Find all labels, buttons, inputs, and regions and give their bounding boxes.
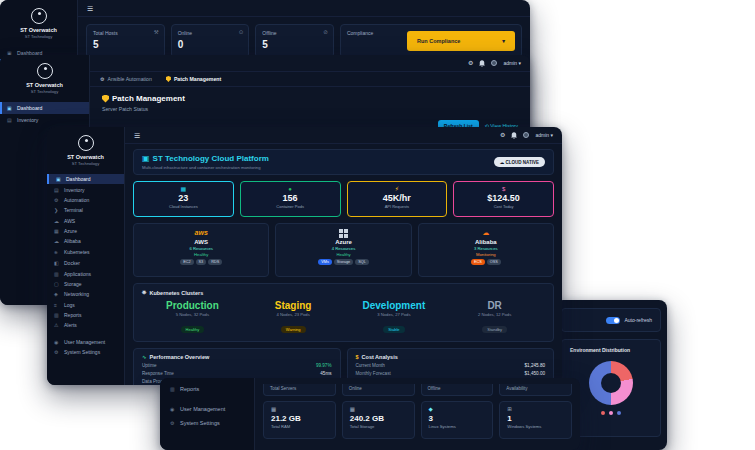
reports-icon: ▥ [170, 386, 176, 392]
sidebar-item-automation[interactable]: ⚙Automation [47, 195, 124, 205]
sidebar-item-inventory[interactable]: ▤Inventory [47, 184, 124, 194]
sidebar-nav: ▣Dashboard ▤Inventory [0, 102, 89, 126]
logo-title: ST Overwatch [0, 27, 77, 33]
sidebar-item-terminal[interactable]: ❯Terminal [47, 205, 124, 215]
servers-sidebar: ▥Reports ◉User Management ⚙System Settin… [160, 378, 255, 450]
donut-legend [570, 411, 652, 415]
cloud-page-subtitle: Multi-cloud infrastructure and container… [142, 165, 269, 170]
gear-icon[interactable]: ⚙ [468, 60, 473, 66]
inventory-icon: ▤ [7, 117, 13, 123]
sidebar-item-user-management[interactable]: ◉User Management [47, 337, 124, 347]
sidebar-item-reports[interactable]: ▥Reports [47, 310, 124, 320]
online-label: Online [342, 384, 415, 396]
sidebar-item-alibaba[interactable]: ☁Alibaba [47, 236, 124, 246]
cost-today-card: $ $124.50 Cost Today [453, 181, 554, 217]
auto-refresh-toggle[interactable] [606, 317, 620, 324]
container-pods-card: ● 156 Container Pods [240, 181, 341, 217]
platform-icon: ▣ [142, 154, 150, 163]
sidebar-item-alerts[interactable]: ⚠Alerts [47, 320, 124, 330]
sidebar-item-system-settings[interactable]: ⚙System Settings [47, 347, 124, 357]
gear-icon: ⚙ [170, 420, 176, 426]
bell-icon[interactable] [511, 132, 517, 139]
dollar-icon: $ [454, 186, 553, 192]
sidebar-item-applications[interactable]: ▥Applications [47, 268, 124, 278]
status-badge: Warning [281, 326, 306, 333]
pods-icon: ● [241, 186, 340, 192]
azure-icon: ▦ [54, 228, 60, 234]
online-card: Online ⊙ 0 [171, 24, 250, 58]
cluster-staging: Staging 4 Nodes, 23 Pods Warning [243, 300, 344, 335]
kubernetes-clusters-card: ⎈Kubernetes Clusters Production 5 Nodes,… [133, 283, 554, 342]
helm-icon: ⎈ [142, 289, 146, 296]
inventory-topbar: ☰ [78, 0, 530, 17]
dashboard-icon: ▣ [7, 105, 13, 111]
avatar[interactable] [523, 132, 529, 138]
status-badge: Healthy [181, 326, 205, 333]
network-icon: ◈ [54, 291, 60, 297]
cloud-platform-window: ST Overwatch ST Technology ▣Dashboard ▤I… [47, 127, 562, 385]
users-icon: ◉ [170, 406, 176, 412]
environment-donut [589, 361, 633, 405]
wrench-icon: ⚒ [154, 29, 159, 35]
sidebar-item-system-settings[interactable]: ⚙System Settings [160, 416, 254, 430]
windows-icon: ⊞ [507, 406, 564, 412]
sidebar-item-storage[interactable]: ▢Storage [47, 279, 124, 289]
logo-icon [37, 63, 53, 79]
alibaba-logo-icon: ☁ [482, 229, 489, 236]
sidebar-item-inventory[interactable]: ▤Inventory [0, 114, 89, 126]
offline-label: Offline [421, 384, 494, 396]
patch-subtitle: Server Patch Status [102, 106, 185, 112]
tab-ansible-automation[interactable]: ⚙Ansible Automation [100, 76, 152, 82]
terminal-icon: ❯ [54, 207, 60, 213]
sidebar-footer: A product of✦ [47, 381, 124, 385]
sidebar-item-networking[interactable]: ◈Networking [47, 289, 124, 299]
avatar[interactable] [491, 60, 497, 66]
sidebar-item-azure[interactable]: ▦Azure [47, 226, 124, 236]
environment-distribution-title: Environment Distribution [570, 347, 652, 353]
cloud-icon: ☁ [54, 238, 60, 244]
status-badge: Standby [482, 326, 507, 333]
performance-overview-title: ∿Performance Overview [142, 354, 332, 360]
apps-icon: ▥ [54, 271, 60, 277]
chart-icon: ∿ [142, 354, 147, 360]
cloud-topbar: ☰ ⚙ admin ▾ [125, 127, 562, 144]
sidebar-item-dashboard[interactable]: ▣Dashboard [0, 102, 89, 114]
helm-icon: ⎈ [54, 249, 60, 256]
menu-icon[interactable]: ☰ [87, 5, 93, 12]
admin-menu[interactable]: admin ▾ [503, 60, 521, 66]
cloud-native-badge: ☁ CLOUD NATIVE [494, 157, 545, 167]
sidebar-item-user-management[interactable]: ◉User Management [160, 402, 254, 416]
sidebar-item-docker[interactable]: ◧Docker [47, 258, 124, 268]
gear-icon[interactable]: ⚙ [500, 132, 505, 138]
server-stats-labels: Total Servers Online Offline Availabilit… [263, 384, 572, 396]
run-compliance-button[interactable]: Run Compliance▾ [407, 31, 515, 51]
bell-icon[interactable] [479, 60, 485, 67]
ram-icon: ▦ [271, 406, 328, 412]
cloud-instances-card: ▦ 23 Cloud Instances [133, 181, 234, 217]
total-ram-card: ▦ 21.2 GB Total RAM [263, 401, 336, 439]
dollar-icon: $ [356, 354, 359, 360]
tab-patch-management[interactable]: Patch Management [166, 76, 221, 82]
storage-icon: ▢ [54, 281, 60, 287]
chevron-down-icon: ▾ [502, 38, 505, 44]
sidebar-item-aws[interactable]: ☁AWS [47, 216, 124, 226]
total-servers-label: Total Servers [263, 384, 336, 396]
instances-icon: ▦ [134, 186, 233, 192]
servers-main: Total Servers Online Offline Availabilit… [255, 378, 580, 450]
auto-refresh-label: Auto-refresh [624, 317, 652, 323]
gear-icon: ⚙ [100, 77, 104, 82]
admin-menu[interactable]: admin ▾ [535, 132, 553, 138]
sidebar-item-reports[interactable]: ▥Reports [160, 382, 254, 396]
sidebar-item-dashboard[interactable]: ▣Dashboard [47, 174, 124, 184]
status-icon: ⊙ [239, 29, 244, 35]
availability-label: Availability [499, 384, 572, 396]
docker-icon: ◧ [54, 260, 60, 266]
app-logo: ST Overwatch ST Technology [47, 127, 124, 166]
cluster-dr: DR 2 Nodes, 12 Pods Standby [444, 300, 545, 335]
reports-icon: ▥ [54, 312, 60, 318]
sidebar-item-logs[interactable]: ≡Logs [47, 300, 124, 310]
menu-icon[interactable]: ☰ [134, 132, 140, 139]
cloud-stats-row: ▦ 23 Cloud Instances ● 156 Container Pod… [133, 181, 554, 217]
sidebar-item-kubernetes[interactable]: ⎈Kubernetes [47, 247, 124, 258]
shield-icon [102, 95, 109, 103]
